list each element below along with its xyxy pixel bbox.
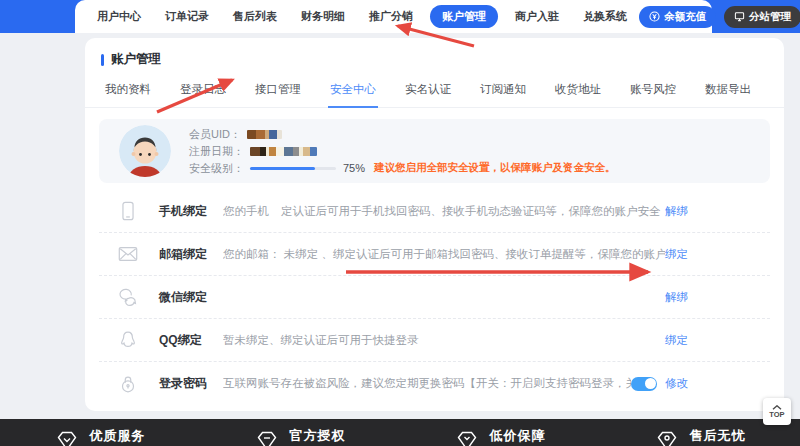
- phone-desc-prefix: 您的手机: [223, 204, 269, 219]
- security-level-line: 安全级别： 75% 建议您启用全部安全设置，以保障账户及资金安全。: [189, 161, 616, 175]
- qq-bind-link[interactable]: 绑定: [665, 333, 688, 348]
- security-settings-list: 手机绑定 您的手机 定认证后可用于手机找回密码、接收手机动态验证码等，保障您的账…: [85, 190, 784, 405]
- nav-item-aftersale[interactable]: 售后列表: [221, 9, 289, 24]
- gem-icon: [255, 428, 279, 446]
- security-progress-fill: [250, 167, 315, 170]
- login-password-row: 登录密码 互联网账号存在被盗风险，建议您定期更换密码【开关：开启则支持密码登录，…: [99, 362, 770, 405]
- password-desc: 互联网账号存在被盗风险，建议您定期更换密码【开关：开启则支持密码登录，关闭则只支…: [223, 376, 631, 391]
- qq-desc: 暂未绑定、绑定认证后可用于快捷登录: [223, 333, 419, 348]
- title-accent-bar: [101, 54, 104, 66]
- password-modify-link[interactable]: 修改: [665, 376, 688, 391]
- registration-date-line: 注册日期：: [189, 144, 616, 158]
- monitor-icon: [734, 11, 745, 22]
- password-login-toggle-on[interactable]: [631, 377, 657, 391]
- profile-summary-card: 会员UID： 注册日期： 安全级别： 75% 建议您启用全部安全设置，以保障账户…: [99, 119, 770, 183]
- nav-item-account-active[interactable]: 账户管理: [430, 5, 498, 28]
- tab-realname-auth[interactable]: 实名认证: [403, 78, 453, 107]
- row-desc: 暂未绑定、绑定认证后可用于快捷登录: [223, 333, 665, 348]
- nav-item-finance[interactable]: 财务明细: [289, 9, 357, 24]
- footer-label: 售后无忧: [690, 427, 746, 445]
- gem-icon: [455, 428, 479, 446]
- registration-date-label: 注册日期：: [189, 144, 244, 159]
- footer-label: 官方授权: [290, 427, 346, 445]
- page-title-row: 账户管理: [85, 38, 784, 78]
- tab-login-log[interactable]: 登录日志: [178, 78, 228, 107]
- profile-info: 会员UID： 注册日期： 安全级别： 75% 建议您启用全部安全设置，以保障账户…: [189, 127, 616, 175]
- uid-label: 会员UID：: [189, 127, 241, 142]
- registration-date-redacted-value: [250, 147, 317, 156]
- footer-bar: 优质服务 官方授权 低价保障 售后无忧: [0, 419, 800, 446]
- gem-icon: [655, 428, 679, 446]
- wechat-unbind-link[interactable]: 解绑: [665, 290, 688, 305]
- uid-line: 会员UID：: [189, 127, 616, 141]
- page-title: 账户管理: [111, 51, 161, 68]
- row-title: 微信绑定: [159, 289, 223, 306]
- chevron-up-icon: [772, 405, 782, 410]
- phone-binding-row: 手机绑定 您的手机 定认证后可用于手机找回密码、接收手机动态验证码等，保障您的账…: [99, 190, 770, 233]
- nav-item-redeem[interactable]: 兑换系统: [571, 9, 639, 24]
- tab-security-center-active[interactable]: 安全中心: [328, 78, 378, 108]
- lock-icon: [117, 373, 139, 395]
- tab-api-management[interactable]: 接口管理: [253, 78, 303, 107]
- row-desc: 您的邮箱： 未绑定 、绑定认证后可用于邮箱找回密码、接收订单提醒等，保障您的账户…: [223, 247, 665, 262]
- uid-redacted-value: [247, 130, 282, 139]
- smartphone-icon: [117, 200, 139, 222]
- nav-item-orders[interactable]: 订单记录: [153, 9, 221, 24]
- footer-label: 低价保障: [490, 427, 546, 445]
- tab-my-profile[interactable]: 我的资料: [103, 78, 153, 107]
- back-to-top-button[interactable]: TOP: [763, 398, 791, 425]
- back-to-top-label: TOP: [769, 411, 784, 419]
- phone-unbind-link[interactable]: 解绑: [665, 204, 688, 219]
- footer-item-official-authorization: 官方授权: [200, 419, 400, 446]
- row-desc: 互联网账号存在被盗风险，建议您定期更换密码【开关：开启则支持密码登录，关闭则只支…: [223, 376, 631, 391]
- avatar: [119, 125, 171, 177]
- account-management-card: 账户管理 我的资料 登录日志 接口管理 安全中心 实名认证 订阅通知 收货地址 …: [85, 38, 784, 411]
- wechat-icon: [117, 286, 139, 308]
- email-binding-row: 邮箱绑定 您的邮箱： 未绑定 、绑定认证后可用于邮箱找回密码、接收订单提醒等，保…: [99, 233, 770, 276]
- row-title: 登录密码: [159, 375, 223, 392]
- nav-item-user-center[interactable]: 用户中心: [85, 9, 153, 24]
- recharge-button[interactable]: 余额充值: [639, 6, 716, 28]
- footer-label: 优质服务: [90, 427, 146, 445]
- tab-account-risk[interactable]: 账号风控: [628, 78, 678, 107]
- qq-icon: [117, 329, 139, 351]
- row-title: QQ绑定: [159, 332, 223, 349]
- tab-bar: 我的资料 登录日志 接口管理 安全中心 实名认证 订阅通知 收货地址 账号风控 …: [85, 78, 784, 108]
- row-title: 邮箱绑定: [159, 246, 223, 263]
- substation-label: 分站管理: [749, 10, 791, 24]
- row-desc: 您的手机 定认证后可用于手机找回密码、接收手机动态验证码等，保障您的账户安全: [223, 204, 665, 219]
- tab-shipping-address[interactable]: 收货地址: [553, 78, 603, 107]
- wechat-binding-row: 微信绑定 解绑: [99, 276, 770, 319]
- coin-icon: [649, 11, 660, 22]
- gem-icon: [55, 428, 79, 446]
- email-desc: 您的邮箱： 未绑定 、绑定认证后可用于邮箱找回密码、接收订单提醒等，保障您的账户…: [223, 247, 665, 262]
- row-title: 手机绑定: [159, 203, 223, 220]
- security-progress-percent: 75%: [343, 162, 365, 174]
- substation-button[interactable]: 分站管理: [724, 6, 800, 28]
- qq-binding-row: QQ绑定 暂未绑定、绑定认证后可用于快捷登录 绑定: [99, 319, 770, 362]
- phone-desc: 定认证后可用于手机找回密码、接收手机动态验证码等，保障您的账户安全: [281, 204, 661, 219]
- recharge-label: 余额充值: [664, 10, 706, 24]
- security-level-label: 安全级别：: [189, 161, 244, 176]
- footer-item-quality-service: 优质服务: [0, 419, 200, 446]
- tab-subscribe-notice[interactable]: 订阅通知: [478, 78, 528, 107]
- security-warning-text: 建议您启用全部安全设置，以保障账户及资金安全。: [374, 161, 616, 175]
- top-navbar: 用户中心 订单记录 售后列表 财务明细 推广分销 账户管理 商户入驻 兑换系统 …: [75, 0, 712, 33]
- nav-item-merchant[interactable]: 商户入驻: [503, 9, 571, 24]
- tab-data-export[interactable]: 数据导出: [703, 78, 753, 107]
- envelope-icon: [117, 243, 139, 265]
- security-progress-bar: [250, 167, 336, 170]
- footer-item-low-price-guarantee: 低价保障: [400, 419, 600, 446]
- nav-item-promotion[interactable]: 推广分销: [357, 9, 425, 24]
- email-bind-link[interactable]: 绑定: [665, 247, 688, 262]
